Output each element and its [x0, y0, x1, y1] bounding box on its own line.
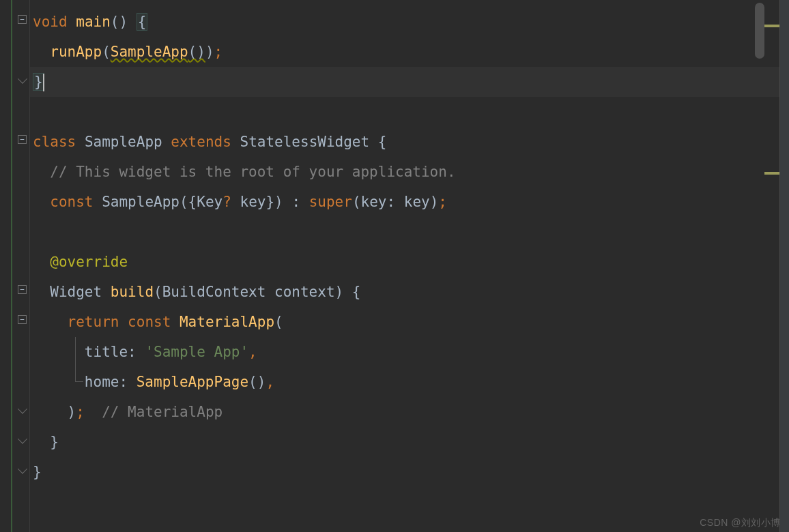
- parens: (): [111, 14, 128, 30]
- change-marker: [11, 0, 12, 532]
- constructor-call: SampleAppPage: [137, 374, 248, 390]
- function-name: main: [76, 14, 111, 30]
- fold-icon[interactable]: [18, 15, 27, 24]
- warning-marker[interactable]: [764, 25, 779, 27]
- code-line[interactable]: const SampleApp({Key? key}) : super(key:…: [30, 187, 779, 217]
- type: Widget: [50, 284, 102, 300]
- gutter: [0, 0, 30, 532]
- code-area[interactable]: void main() { runApp(SampleApp()); } cla…: [30, 0, 779, 532]
- code-line[interactable]: void main() {: [30, 7, 779, 37]
- keyword: class: [33, 134, 76, 150]
- class-name: SampleApp: [85, 134, 162, 150]
- code-line[interactable]: // This widget is the root of your appli…: [30, 157, 779, 187]
- brace: {: [137, 13, 148, 31]
- code-line[interactable]: ); // MaterialApp: [30, 397, 779, 427]
- keyword: super: [309, 194, 352, 210]
- keyword: void: [33, 14, 68, 30]
- closing-hint: // MaterialApp: [85, 404, 223, 420]
- code-line[interactable]: }: [30, 427, 779, 457]
- code-line[interactable]: return const MaterialApp(: [30, 307, 779, 337]
- fold-icon[interactable]: [18, 285, 27, 294]
- scrollbar-thumb[interactable]: [755, 3, 764, 59]
- code-line[interactable]: class SampleApp extends StatelessWidget …: [30, 127, 779, 157]
- function-call: runApp: [50, 44, 102, 60]
- keyword: const: [50, 194, 93, 210]
- code-line-empty[interactable]: [30, 97, 779, 127]
- keyword: extends: [171, 134, 231, 150]
- code-line-empty[interactable]: [30, 217, 779, 247]
- code-line[interactable]: Widget build(BuildContext context) {: [30, 277, 779, 307]
- code-line[interactable]: runApp(SampleApp());: [30, 37, 779, 67]
- fold-end-icon[interactable]: [18, 435, 27, 444]
- code-line[interactable]: title: 'Sample App',: [30, 337, 779, 367]
- keyword: return: [68, 314, 119, 330]
- warning-marker[interactable]: [764, 172, 779, 175]
- keyword: const: [128, 314, 171, 330]
- warning-call: SampleApp: [111, 44, 188, 60]
- annotation: @override: [50, 254, 128, 270]
- fold-end-icon[interactable]: [18, 465, 27, 474]
- fold-end-icon[interactable]: [18, 405, 27, 414]
- code-line-current[interactable]: }: [30, 67, 779, 97]
- fold-end-icon[interactable]: [18, 75, 27, 84]
- type: StatelessWidget: [240, 134, 370, 150]
- fold-icon[interactable]: [18, 315, 27, 324]
- code-line[interactable]: @override: [30, 247, 779, 277]
- comment: // This widget is the root of your appli…: [50, 164, 455, 180]
- code-editor[interactable]: void main() { runApp(SampleApp()); } cla…: [0, 0, 789, 532]
- text-cursor: [43, 74, 44, 91]
- constructor: SampleApp: [102, 194, 180, 210]
- tree-guide: [75, 337, 76, 367]
- constructor-call: MaterialApp: [180, 314, 274, 330]
- tree-guide: [75, 367, 83, 382]
- fold-icon[interactable]: [18, 135, 27, 144]
- code-line[interactable]: }: [30, 457, 779, 487]
- code-line[interactable]: home: SampleAppPage(),: [30, 367, 779, 397]
- right-panel: [779, 0, 789, 532]
- watermark: CSDN @刘刘小博: [700, 517, 781, 529]
- method-name: build: [111, 284, 154, 300]
- string-literal: 'Sample App': [145, 344, 248, 360]
